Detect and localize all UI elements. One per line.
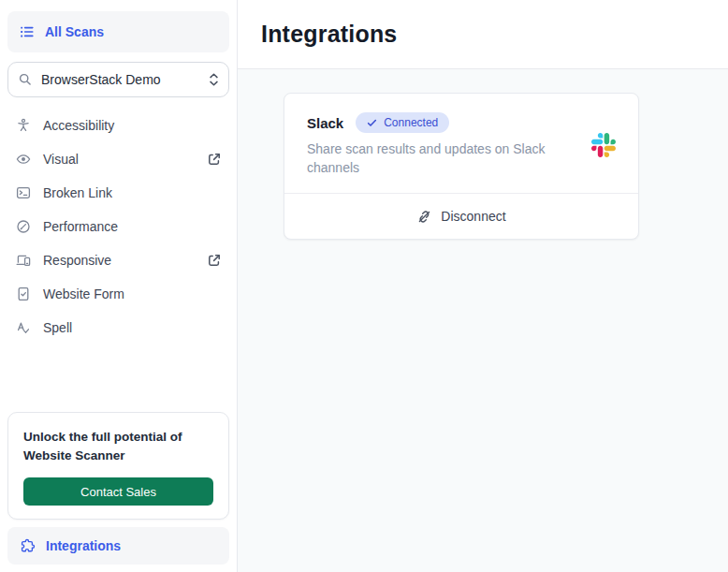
scan-selector-value: BrowserStack Demo (41, 72, 200, 87)
check-icon (367, 118, 377, 128)
main-header: Integrations (238, 0, 728, 68)
sidebar: All Scans BrowserStack Demo (0, 0, 238, 572)
disconnect-button[interactable]: Disconnect (284, 193, 638, 239)
integration-description: Share scan results and updates on Slack … (307, 139, 571, 177)
search-icon (18, 72, 33, 87)
upsell-message: Unlock the full potential of Website Sca… (23, 428, 213, 466)
unlink-icon (416, 209, 432, 225)
devices-icon (16, 253, 31, 268)
external-link-icon[interactable] (207, 152, 222, 167)
terminal-window-icon (16, 185, 31, 200)
sidebar-item-visual[interactable]: Visual (0, 142, 237, 176)
card-body: Slack Connected Share scan results and u… (284, 94, 638, 193)
sidebar-item-responsive[interactable]: Responsive (0, 243, 237, 277)
main-area: Integrations Slack Connected (238, 0, 728, 572)
up-down-chevrons-icon[interactable] (209, 72, 219, 87)
sidebar-item-label: Website Form (43, 286, 124, 301)
sidebar-item-label: All Scans (45, 24, 104, 39)
integrations-content: Slack Connected Share scan results and u… (238, 68, 728, 572)
sidebar-item-performance[interactable]: Performance (0, 210, 237, 243)
website-scanner-app: All Scans BrowserStack Demo (0, 0, 728, 572)
sidebar-item-all-scans[interactable]: All Scans (7, 11, 229, 52)
sidebar-item-label: Accessibility (43, 118, 114, 133)
eye-icon (16, 152, 31, 167)
integration-name: Slack (307, 115, 343, 131)
slack-logo-icon (591, 133, 616, 157)
accessibility-icon (16, 118, 31, 133)
sidebar-item-integrations[interactable]: Integrations (7, 527, 229, 565)
spellcheck-icon (16, 320, 31, 335)
slack-integration-card: Slack Connected Share scan results and u… (284, 93, 639, 240)
puzzle-icon (20, 538, 36, 554)
sidebar-item-label: Responsive (43, 253, 111, 268)
scan-selector[interactable]: BrowserStack Demo (7, 62, 229, 97)
sidebar-item-accessibility[interactable]: Accessibility (0, 109, 237, 142)
sidebar-item-website-form[interactable]: Website Form (0, 277, 237, 311)
document-check-icon (16, 286, 31, 301)
external-link-icon[interactable] (207, 253, 222, 268)
card-title-row: Slack Connected (307, 112, 582, 133)
sidebar-item-spell[interactable]: Spell (0, 311, 237, 345)
card-info: Slack Connected Share scan results and u… (307, 112, 582, 177)
sidebar-item-label: Broken Link (43, 185, 112, 200)
list-icon (20, 24, 35, 39)
sidebar-item-label: Visual (43, 152, 79, 167)
gauge-icon (16, 219, 31, 234)
sidebar-menu: Accessibility Visual (0, 109, 237, 345)
sidebar-item-broken-link[interactable]: Broken Link (0, 176, 237, 210)
contact-sales-button[interactable]: Contact Sales (23, 477, 213, 506)
sidebar-spacer (0, 345, 237, 412)
disconnect-label: Disconnect (441, 209, 505, 224)
upsell-card: Unlock the full potential of Website Sca… (7, 412, 229, 521)
page-title: Integrations (261, 21, 397, 48)
sidebar-item-label: Integrations (46, 538, 121, 553)
sidebar-item-label: Spell (43, 320, 72, 335)
status-badge: Connected (356, 112, 449, 133)
status-badge-label: Connected (384, 116, 438, 129)
sidebar-item-label: Performance (43, 219, 118, 234)
